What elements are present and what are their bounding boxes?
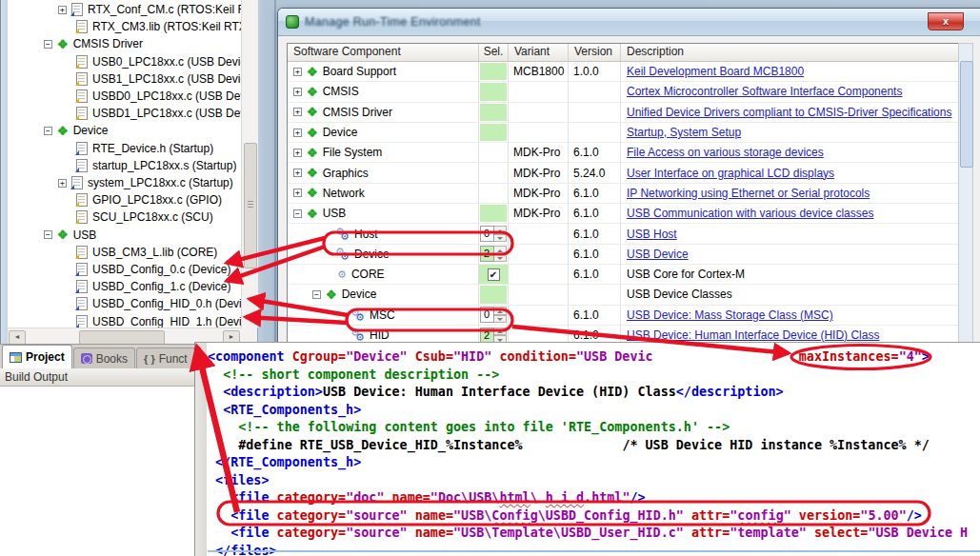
expand-plus-icon[interactable]: +: [293, 108, 302, 116]
tree-item[interactable]: RTX_CM3.lib (RTOS:Keil RTX): [8, 18, 241, 35]
spinner-buttons[interactable]: [494, 246, 507, 262]
instance-count-spinner[interactable]: 0: [480, 226, 507, 242]
tree-item[interactable]: USBD_Config_HID_0.h (Device:: [8, 295, 241, 312]
tree-item[interactable]: SCU_LPC18xx.c (SCU): [8, 208, 241, 226]
rte-table-row[interactable]: ⚙CORE✔6.1.0USB Core for Cortex-M: [288, 265, 965, 285]
description-link[interactable]: USB Device: Human Interface Device (HID)…: [621, 328, 879, 342]
spinner-buttons[interactable]: [494, 226, 507, 242]
tree-item[interactable]: USB1_LPC18xx.c (USB Device:U: [8, 70, 241, 88]
tree-item[interactable]: USB_CM3_L.lib (CORE): [8, 244, 241, 261]
collapse-minus-icon[interactable]: −: [44, 40, 52, 49]
expand-plus-icon[interactable]: +: [293, 169, 302, 177]
sel-green-fill[interactable]: [480, 205, 507, 222]
tree-item[interactable]: +RTX_Conf_CM.c (RTOS:Keil RT: [8, 1, 241, 18]
column-header-software-component[interactable]: Software Component: [288, 44, 479, 61]
rte-table-row[interactable]: +❖CMSIS DriverUnified Device Drivers com…: [288, 103, 965, 123]
description-link[interactable]: Keil Development Board MCB1800: [621, 65, 804, 78]
tree-item[interactable]: −❖Device: [8, 122, 241, 139]
tree-item[interactable]: −❖USB: [8, 227, 241, 244]
description-link[interactable]: Startup, System Setup: [621, 126, 741, 139]
rte-table-row[interactable]: +❖CMSISCortex Microcontroller Software I…: [288, 82, 965, 102]
description-link[interactable]: USB Device: [621, 248, 689, 261]
column-header-description[interactable]: Description: [621, 44, 965, 61]
scrollbar-thumb[interactable]: [244, 143, 257, 268]
project-tree[interactable]: +RTX_Conf_CM.c (RTOS:Keil RTRTX_CM3.lib …: [8, 0, 241, 328]
tab-functions[interactable]: { } Funct: [136, 348, 195, 368]
collapse-minus-icon[interactable]: −: [44, 127, 52, 135]
expand-plus-icon[interactable]: +: [293, 68, 302, 76]
rte-table-row[interactable]: +❖DeviceStartup, System Setup: [288, 123, 965, 143]
instance-count-spinner[interactable]: 2: [480, 328, 507, 344]
collapse-minus-icon[interactable]: −: [312, 290, 321, 299]
description-link[interactable]: File Access on various storage devices: [621, 146, 824, 159]
rte-table-row[interactable]: +❖GraphicsMDK-Pro5.24.0User Interface on…: [288, 163, 965, 183]
pack-xml-editor[interactable]: <component Cgroup="Device" Csub="HID" co…: [194, 342, 980, 556]
rte-table-row[interactable]: +❖Board SupportMCB18001.0.0Keil Developm…: [288, 62, 965, 82]
rte-table-row[interactable]: +❖File SystemMDK-Pro6.1.0File Access on …: [288, 143, 965, 163]
close-button[interactable]: x: [928, 12, 964, 30]
tree-item[interactable]: USBD_Config_HID_1.h (Device:: [8, 313, 241, 328]
spinner-up-icon[interactable]: [494, 246, 507, 254]
scrollbar-thumb[interactable]: [79, 330, 165, 345]
spinner-down-icon[interactable]: [494, 234, 507, 243]
dialog-titlebar[interactable]: Manage Run-Time Environment x: [278, 9, 980, 36]
spinner-down-icon[interactable]: [494, 315, 507, 324]
expand-plus-icon[interactable]: +: [58, 179, 67, 188]
tree-item[interactable]: USBD_Config_1.c (Device): [8, 278, 241, 295]
scrollbar-thumb[interactable]: [960, 61, 973, 168]
description-link[interactable]: User Interface on graphical LCD displays: [621, 167, 834, 180]
description-link[interactable]: USB Host: [621, 228, 677, 241]
tree-item[interactable]: −❖CMSIS Driver: [8, 35, 241, 52]
tree-item[interactable]: USB0_LPC18xx.c (USB Device:U: [8, 53, 241, 70]
expand-plus-icon[interactable]: +: [293, 189, 302, 197]
spinner-up-icon[interactable]: [494, 226, 507, 234]
spinner-value[interactable]: 0: [480, 307, 494, 323]
tree-item[interactable]: +system_LPC18xx.c (Startup): [8, 174, 241, 191]
tree-item[interactable]: USBD0_LPC18xx.c (USB Device:: [8, 88, 241, 105]
sel-green-fill[interactable]: [480, 83, 507, 100]
expand-plus-icon[interactable]: +: [293, 149, 302, 157]
collapse-minus-icon[interactable]: −: [44, 230, 52, 239]
rte-table-row[interactable]: −❖USBMDK-Pro6.1.0USB Communication with …: [288, 204, 965, 224]
rte-table-row[interactable]: −❖DeviceUSB Device Classes: [288, 285, 965, 305]
expand-plus-icon[interactable]: +: [293, 88, 302, 96]
spinner-value[interactable]: 2: [480, 328, 494, 344]
column-header-variant[interactable]: Variant: [509, 44, 569, 61]
description-link[interactable]: USB Communication with various device cl…: [621, 207, 873, 220]
spinner-up-icon[interactable]: [494, 307, 507, 315]
scroll-left-arrow-icon[interactable]: ◄: [9, 330, 26, 345]
collapse-minus-icon[interactable]: −: [293, 209, 302, 218]
expand-plus-icon[interactable]: +: [58, 6, 67, 14]
sel-green-fill[interactable]: [480, 124, 507, 141]
dialog-vertical-scrollbar[interactable]: [958, 43, 973, 348]
tree-item[interactable]: GPIO_LPC18xx.c (GPIO): [8, 191, 241, 208]
description-link[interactable]: Unified Device Drivers compliant to CMSI…: [621, 106, 951, 119]
rte-table-row[interactable]: ⚙⚙MSC06.1.0USB Device: Mass Storage Clas…: [288, 306, 965, 326]
column-header-version[interactable]: Version: [569, 44, 621, 61]
description-link[interactable]: USB Device: Mass Storage Class (MSC): [621, 308, 833, 322]
sel-green-fill[interactable]: [480, 63, 507, 80]
tree-item[interactable]: USBD1_LPC18xx.c (USB Device:: [8, 105, 241, 122]
tree-vertical-scrollbar[interactable]: [241, 0, 258, 328]
column-header-sel[interactable]: Sel.: [479, 44, 509, 61]
spinner-buttons[interactable]: [494, 307, 507, 323]
spinner-down-icon[interactable]: [494, 254, 507, 263]
tree-item[interactable]: startup_LPC18xx.s (Startup): [8, 157, 241, 174]
spinner-buttons[interactable]: [494, 328, 507, 344]
spinner-value[interactable]: 2: [480, 246, 494, 262]
sel-green-fill[interactable]: [480, 104, 507, 121]
spinner-value[interactable]: 0: [480, 226, 494, 242]
spinner-up-icon[interactable]: [494, 328, 507, 336]
expand-plus-icon[interactable]: +: [293, 129, 302, 137]
instance-count-spinner[interactable]: 2: [480, 246, 507, 262]
tree-item[interactable]: RTE_Device.h (Startup): [8, 140, 241, 157]
description-link[interactable]: IP Networking using Ethernet or Serial p…: [621, 187, 870, 200]
component-checkbox[interactable]: ✔: [488, 268, 500, 281]
rte-table-row[interactable]: +❖NetworkMDK-Pro6.1.0IP Networking using…: [288, 184, 965, 204]
sel-green-fill[interactable]: [480, 286, 507, 303]
tab-project[interactable]: Project: [2, 345, 72, 368]
tree-item[interactable]: USBD_Config_0.c (Device): [8, 261, 241, 278]
tab-books[interactable]: Books: [73, 348, 135, 368]
instance-count-spinner[interactable]: 0: [480, 307, 507, 323]
rte-table-row[interactable]: ⚙⚙Device26.1.0USB Device: [288, 245, 965, 265]
